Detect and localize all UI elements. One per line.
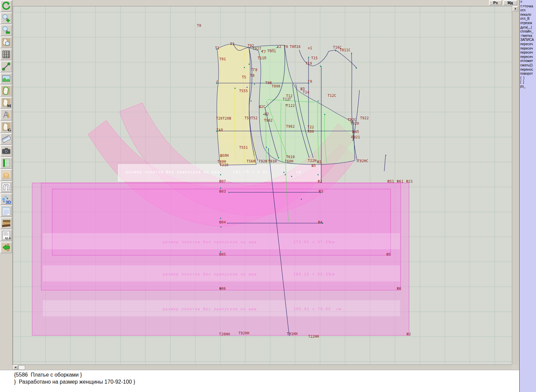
command-item[interactable]: отл_В (520, 17, 536, 21)
zoom-out-icon (2, 26, 11, 35)
image-icon (2, 74, 11, 83)
preview-piece-button[interactable] (0, 37, 12, 48)
command-panel: =т:=точкаотлпекалоотл_Вотрезокдуга(,,,)с… (519, 0, 536, 392)
pattern-g-button[interactable]: G (0, 121, 12, 133)
books-icon (2, 219, 11, 228)
exit-arrow-icon (2, 243, 11, 252)
fabric-size-unit: см (330, 273, 335, 276)
command-item[interactable]: отл (520, 8, 536, 13)
command-item[interactable]: дуга(,,,) (520, 25, 536, 30)
fabric-size-layer: размер полотна без припусков на швы101.7… (13, 6, 512, 365)
command-item[interactable]: { } (520, 76, 536, 80)
zoom-in-button[interactable] (0, 12, 12, 24)
grid-icon (2, 50, 11, 59)
command-item[interactable]: отложит (520, 59, 536, 63)
algorithm-button[interactable]: ALG (0, 230, 12, 241)
pattern-piece-icon (2, 86, 11, 95)
drafting-tools-button[interactable] (0, 109, 12, 121)
status-model-line: {5586 Платье с оборками } (14, 372, 82, 378)
fabric-size-dims: 193.41 × 79.05 (293, 308, 331, 311)
3d-letter: 3D (5, 200, 11, 204)
zoom-out-button[interactable] (0, 24, 12, 36)
zoom-in-icon (2, 14, 11, 23)
fabric-size-label: размер полотна без припусков на швы (163, 241, 257, 244)
document-list-button[interactable] (0, 205, 12, 217)
grid-button[interactable] (0, 49, 12, 60)
pattern-m-button[interactable]: M (0, 97, 12, 109)
md-mode-button[interactable]: Мд (503, 0, 517, 5)
view-3d-button[interactable]: 3D (0, 193, 12, 205)
horizontal-scrollbar[interactable]: ◄ (13, 365, 512, 370)
camera-button[interactable] (0, 145, 12, 157)
command-item[interactable]: пересеч (520, 51, 536, 55)
drafting-icon (2, 110, 11, 119)
toolbar: M G 3D ALG (0, 0, 13, 392)
garment-sketch-button[interactable] (0, 181, 12, 193)
undo-icon (2, 2, 11, 11)
pattern-g-letter: G (8, 128, 11, 132)
segment-icon (2, 62, 11, 71)
status-bar: {5586 Платье с оборками } } Разработано … (0, 370, 519, 392)
scroll-up-button[interactable]: ▲ (513, 6, 518, 11)
command-item[interactable]: ЗАПИСА (520, 38, 536, 42)
fabric-size-dims: 183.23 × 55.35 (293, 273, 331, 276)
pattern-m-letter: M (7, 104, 11, 108)
rz-mode-button[interactable]: Рз (489, 0, 502, 5)
table-button[interactable] (0, 157, 12, 169)
undo-button[interactable] (0, 0, 12, 12)
pattern-canvas[interactable]: Т0Т1Т3Т92Т027Т7Т0П1х2Т0Т0П16х1Т16СТ011СТ… (13, 6, 512, 365)
list-icon (2, 207, 11, 216)
fabric-size-unit: см (296, 171, 302, 174)
command-item[interactable]: т:=точка (520, 4, 536, 9)
vertical-scrollbar[interactable]: ▲ (512, 6, 519, 365)
command-item[interactable]: сжать(() (520, 63, 536, 68)
fabric-size-dims: 173.05 × 37.59 (293, 241, 331, 244)
garment-icon (2, 183, 11, 192)
command-item[interactable]: пересеч (520, 42, 536, 47)
command-item[interactable]: рз_ (520, 84, 536, 89)
fabric-size-unit: см (336, 308, 342, 311)
command-item[interactable]: пересеч (520, 47, 536, 51)
hscroll-thumb[interactable] (18, 365, 25, 370)
table-icon (2, 158, 11, 168)
fabric-size-unit: см (330, 241, 335, 244)
model-photo-button[interactable] (0, 169, 12, 181)
command-item[interactable]: :=метка (520, 34, 536, 38)
model-photo-icon (2, 171, 11, 180)
fabric-size-label: размер полотна без припусков на швы (126, 171, 220, 174)
camera-icon (2, 146, 11, 155)
command-item[interactable]: поворот (520, 72, 536, 76)
piece-zoom-icon (2, 38, 11, 47)
title-strip (13, 0, 512, 6)
ruler-icon (2, 134, 11, 143)
ruler-button[interactable] (0, 133, 12, 145)
fabric-size-label: размер полотна без припусков на швы (163, 273, 257, 276)
fabric-size-label: размер полотна без припусков на швы (163, 308, 257, 311)
alg-letter: ALG (4, 236, 11, 241)
status-size-line: } Разработано на размер женщины 170-92-1… (14, 379, 135, 385)
scroll-left-button[interactable]: ◄ (13, 365, 18, 370)
library-button[interactable] (0, 217, 12, 229)
command-item[interactable]: пересеч (520, 55, 536, 59)
fabric-size-dims: 101.79 × 9.91 (233, 171, 268, 174)
image-view-button[interactable] (0, 73, 12, 84)
command-item[interactable]: [ ] (520, 80, 536, 84)
exit-button[interactable] (0, 242, 12, 253)
command-item[interactable]: перенос (520, 68, 536, 72)
command-item[interactable]: сплайн_ (520, 29, 536, 34)
command-item[interactable]: отрезок (520, 21, 536, 25)
pattern-piece-button[interactable] (0, 85, 12, 96)
measure-segment-button[interactable] (0, 61, 12, 72)
command-item[interactable]: = (520, 0, 536, 4)
command-item[interactable]: пекало (520, 13, 536, 17)
